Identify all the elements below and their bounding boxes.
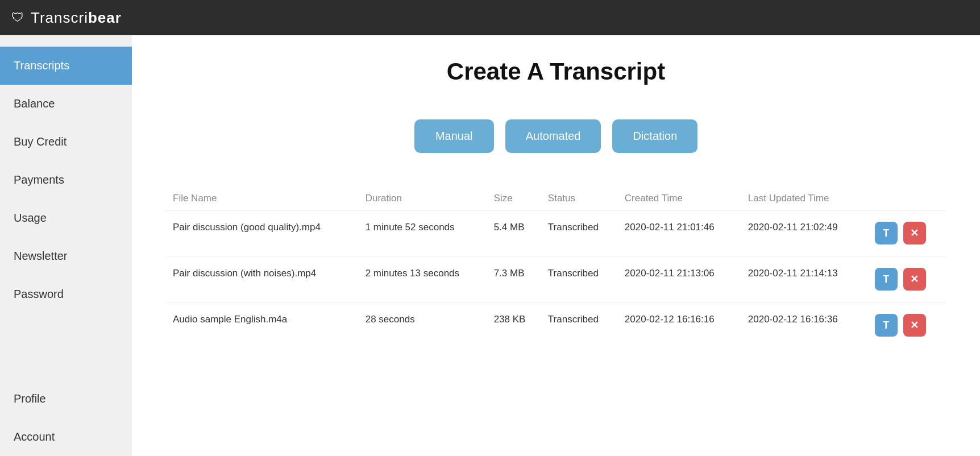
- sidebar-item-password[interactable]: Password: [0, 275, 132, 313]
- manual-button[interactable]: Manual: [414, 119, 494, 153]
- col-duration: Duration: [359, 187, 487, 210]
- brand-prefix: Transcri: [31, 9, 88, 26]
- view-transcript-button[interactable]: T: [875, 268, 898, 291]
- cell-actions: T ✕: [865, 256, 946, 302]
- sidebar: Transcripts Balance Buy Credit Payments …: [0, 35, 132, 456]
- view-transcript-button[interactable]: T: [875, 222, 898, 244]
- cell-size: 5.4 MB: [487, 210, 541, 256]
- page-title: Create A Transcript: [166, 58, 946, 85]
- sidebar-item-account[interactable]: Account: [0, 418, 132, 456]
- col-size: Size: [487, 187, 541, 210]
- col-created: Created Time: [618, 187, 741, 210]
- brand-icon: 🛡: [11, 10, 24, 25]
- sidebar-item-usage[interactable]: Usage: [0, 199, 132, 237]
- brand-suffix: bear: [88, 9, 122, 26]
- table-row: Pair discussion (with noises).mp4 2 minu…: [166, 256, 946, 302]
- cell-status: Transcribed: [541, 256, 618, 302]
- main-layout: Transcripts Balance Buy Credit Payments …: [0, 35, 980, 456]
- cell-size: 238 KB: [487, 302, 541, 349]
- cell-status: Transcribed: [541, 302, 618, 349]
- dictation-button[interactable]: Dictation: [612, 119, 697, 153]
- sidebar-bottom: Profile Account: [0, 380, 132, 456]
- cell-updated: 2020-02-11 21:14:13: [741, 256, 865, 302]
- col-status: Status: [541, 187, 618, 210]
- brand-name: Transcribear: [31, 9, 122, 27]
- delete-transcript-button[interactable]: ✕: [903, 268, 926, 291]
- col-updated: Last Updated Time: [741, 187, 865, 210]
- sidebar-item-profile[interactable]: Profile: [0, 380, 132, 418]
- cell-duration: 2 minutes 13 seconds: [359, 256, 487, 302]
- col-actions: [865, 187, 946, 210]
- cell-actions: T ✕: [865, 302, 946, 349]
- cell-created: 2020-02-12 16:16:16: [618, 302, 741, 349]
- cell-updated: 2020-02-12 16:16:36: [741, 302, 865, 349]
- cell-actions: T ✕: [865, 210, 946, 256]
- cell-duration: 28 seconds: [359, 302, 487, 349]
- cell-updated: 2020-02-11 21:02:49: [741, 210, 865, 256]
- table-row: Pair discussion (good quality).mp4 1 min…: [166, 210, 946, 256]
- delete-transcript-button[interactable]: ✕: [903, 222, 926, 244]
- cell-filename: Audio sample English.m4a: [166, 302, 359, 349]
- transcripts-table: File Name Duration Size Status Created T…: [166, 187, 946, 348]
- sidebar-item-payments[interactable]: Payments: [0, 161, 132, 199]
- table-header-row: File Name Duration Size Status Created T…: [166, 187, 946, 210]
- cell-filename: Pair discussion (with noises).mp4: [166, 256, 359, 302]
- col-filename: File Name: [166, 187, 359, 210]
- cell-status: Transcribed: [541, 210, 618, 256]
- sidebar-item-balance[interactable]: Balance: [0, 85, 132, 123]
- view-transcript-button[interactable]: T: [875, 314, 898, 337]
- main-content: Create A Transcript Manual Automated Dic…: [132, 35, 980, 456]
- transcript-type-buttons: Manual Automated Dictation: [166, 119, 946, 153]
- cell-size: 7.3 MB: [487, 256, 541, 302]
- sidebar-item-transcripts[interactable]: Transcripts: [0, 47, 132, 85]
- cell-created: 2020-02-11 21:01:46: [618, 210, 741, 256]
- sidebar-item-newsletter[interactable]: Newsletter: [0, 237, 132, 275]
- sidebar-item-buy-credit[interactable]: Buy Credit: [0, 123, 132, 161]
- delete-transcript-button[interactable]: ✕: [903, 314, 926, 337]
- automated-button[interactable]: Automated: [505, 119, 601, 153]
- cell-created: 2020-02-11 21:13:06: [618, 256, 741, 302]
- cell-duration: 1 minute 52 seconds: [359, 210, 487, 256]
- cell-filename: Pair discussion (good quality).mp4: [166, 210, 359, 256]
- app-header: 🛡 Transcribear: [0, 0, 980, 35]
- table-row: Audio sample English.m4a 28 seconds 238 …: [166, 302, 946, 349]
